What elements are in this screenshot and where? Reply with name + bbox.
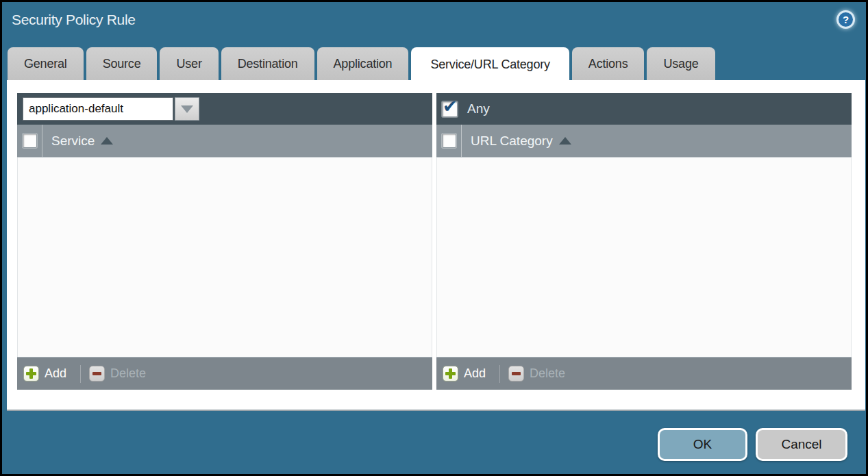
- url-category-panel: ✔ Any URL Category Add: [436, 93, 852, 390]
- add-label: Add: [45, 366, 66, 381]
- tab-usage[interactable]: Usage: [647, 47, 715, 80]
- tab-general[interactable]: General: [8, 47, 84, 80]
- any-checkbox[interactable]: ✔: [442, 101, 458, 117]
- service-delete-button[interactable]: Delete: [89, 366, 146, 381]
- url-category-add-button[interactable]: Add: [443, 366, 486, 381]
- url-category-column-header: URL Category: [436, 125, 852, 158]
- tab-source[interactable]: Source: [86, 47, 158, 80]
- tab-service-url-category[interactable]: Service/URL Category: [411, 47, 569, 82]
- tab-user[interactable]: User: [160, 47, 218, 80]
- tab-application[interactable]: Application: [317, 47, 409, 80]
- url-category-column-label-wrap[interactable]: URL Category: [462, 125, 571, 157]
- question-mark-glyph: ?: [843, 14, 849, 25]
- tab-content-area: Service Add Delete ✔: [7, 80, 865, 411]
- service-add-button[interactable]: Add: [23, 366, 66, 381]
- delete-label: Delete: [530, 366, 565, 381]
- service-panel-header: [17, 93, 432, 125]
- add-plus-icon: [443, 366, 458, 381]
- service-column-header: Service: [17, 125, 432, 158]
- service-select-all-checkbox[interactable]: [23, 134, 37, 148]
- service-type-dropdown[interactable]: [23, 97, 173, 121]
- url-category-select-all-checkbox[interactable]: [442, 134, 456, 148]
- any-label: Any: [467, 101, 490, 116]
- service-panel-footer: Add Delete: [17, 357, 432, 390]
- url-category-panel-footer: Add Delete: [436, 357, 852, 390]
- cancel-button[interactable]: Cancel: [756, 428, 847, 461]
- ok-button[interactable]: OK: [658, 428, 747, 461]
- footer-divider: [80, 365, 81, 383]
- url-category-panel-header: ✔ Any: [436, 93, 852, 125]
- service-panel: Service Add Delete: [17, 93, 432, 390]
- service-column-label: Service: [51, 134, 95, 149]
- footer-divider: [499, 365, 500, 383]
- service-type-dropdown-button[interactable]: [175, 97, 199, 121]
- add-plus-icon: [23, 366, 39, 381]
- chevron-down-icon: [181, 105, 193, 113]
- url-category-select-all-cell: [436, 125, 462, 157]
- service-column-label-wrap[interactable]: Service: [42, 125, 113, 157]
- delete-minus-icon: [508, 366, 524, 381]
- url-category-list[interactable]: [436, 158, 852, 357]
- sort-ascending-icon: [559, 137, 571, 145]
- service-list[interactable]: [17, 158, 432, 357]
- tab-destination[interactable]: Destination: [221, 47, 314, 80]
- tab-actions[interactable]: Actions: [572, 47, 645, 80]
- delete-label: Delete: [110, 366, 146, 381]
- service-select-all-cell: [17, 125, 42, 157]
- delete-minus-icon: [89, 366, 105, 381]
- help-icon[interactable]: ?: [836, 10, 855, 29]
- dialog-title: Security Policy Rule: [12, 12, 136, 28]
- security-policy-rule-dialog: Security Policy Rule ? General Source Us…: [2, 2, 866, 474]
- add-label: Add: [464, 366, 486, 381]
- url-category-column-label: URL Category: [471, 134, 553, 149]
- url-category-delete-button[interactable]: Delete: [508, 366, 565, 381]
- tab-bar: General Source User Destination Applicat…: [8, 47, 715, 80]
- sort-ascending-icon: [101, 137, 113, 145]
- check-icon: ✔: [443, 96, 458, 116]
